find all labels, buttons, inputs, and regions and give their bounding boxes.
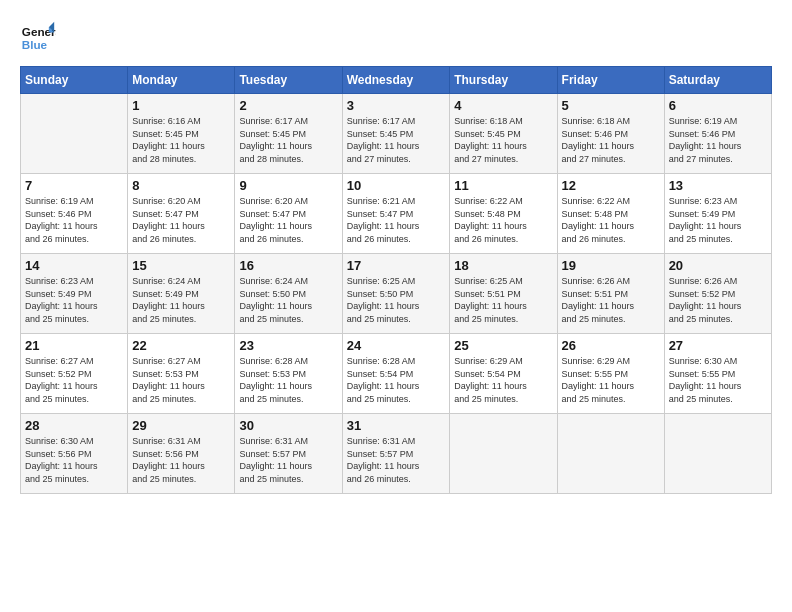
day-info: Sunrise: 6:24 AM Sunset: 5:49 PM Dayligh… — [132, 275, 230, 325]
day-info: Sunrise: 6:31 AM Sunset: 5:57 PM Dayligh… — [239, 435, 337, 485]
calendar-week-row: 14Sunrise: 6:23 AM Sunset: 5:49 PM Dayli… — [21, 254, 772, 334]
day-number: 21 — [25, 338, 123, 353]
calendar-cell: 16Sunrise: 6:24 AM Sunset: 5:50 PM Dayli… — [235, 254, 342, 334]
day-number: 26 — [562, 338, 660, 353]
day-info: Sunrise: 6:25 AM Sunset: 5:51 PM Dayligh… — [454, 275, 552, 325]
day-info: Sunrise: 6:20 AM Sunset: 5:47 PM Dayligh… — [132, 195, 230, 245]
day-number: 11 — [454, 178, 552, 193]
day-number: 28 — [25, 418, 123, 433]
page-header: General Blue — [20, 20, 772, 56]
day-info: Sunrise: 6:28 AM Sunset: 5:53 PM Dayligh… — [239, 355, 337, 405]
day-number: 10 — [347, 178, 446, 193]
day-number: 9 — [239, 178, 337, 193]
day-info: Sunrise: 6:31 AM Sunset: 5:56 PM Dayligh… — [132, 435, 230, 485]
day-info: Sunrise: 6:25 AM Sunset: 5:50 PM Dayligh… — [347, 275, 446, 325]
calendar-cell: 27Sunrise: 6:30 AM Sunset: 5:55 PM Dayli… — [664, 334, 771, 414]
calendar-header-wednesday: Wednesday — [342, 67, 450, 94]
day-info: Sunrise: 6:29 AM Sunset: 5:55 PM Dayligh… — [562, 355, 660, 405]
day-info: Sunrise: 6:30 AM Sunset: 5:55 PM Dayligh… — [669, 355, 767, 405]
logo-icon: General Blue — [20, 20, 56, 56]
day-info: Sunrise: 6:29 AM Sunset: 5:54 PM Dayligh… — [454, 355, 552, 405]
day-number: 19 — [562, 258, 660, 273]
day-number: 23 — [239, 338, 337, 353]
day-info: Sunrise: 6:18 AM Sunset: 5:46 PM Dayligh… — [562, 115, 660, 165]
day-number: 2 — [239, 98, 337, 113]
day-number: 12 — [562, 178, 660, 193]
calendar-cell — [21, 94, 128, 174]
day-number: 15 — [132, 258, 230, 273]
day-info: Sunrise: 6:22 AM Sunset: 5:48 PM Dayligh… — [562, 195, 660, 245]
calendar-cell: 11Sunrise: 6:22 AM Sunset: 5:48 PM Dayli… — [450, 174, 557, 254]
day-number: 27 — [669, 338, 767, 353]
day-info: Sunrise: 6:26 AM Sunset: 5:51 PM Dayligh… — [562, 275, 660, 325]
calendar-cell: 22Sunrise: 6:27 AM Sunset: 5:53 PM Dayli… — [128, 334, 235, 414]
day-number: 17 — [347, 258, 446, 273]
day-number: 6 — [669, 98, 767, 113]
day-number: 20 — [669, 258, 767, 273]
calendar-week-row: 7Sunrise: 6:19 AM Sunset: 5:46 PM Daylig… — [21, 174, 772, 254]
day-number: 24 — [347, 338, 446, 353]
day-info: Sunrise: 6:27 AM Sunset: 5:52 PM Dayligh… — [25, 355, 123, 405]
calendar-header-thursday: Thursday — [450, 67, 557, 94]
calendar-cell: 26Sunrise: 6:29 AM Sunset: 5:55 PM Dayli… — [557, 334, 664, 414]
calendar-cell: 31Sunrise: 6:31 AM Sunset: 5:57 PM Dayli… — [342, 414, 450, 494]
day-number: 31 — [347, 418, 446, 433]
day-info: Sunrise: 6:16 AM Sunset: 5:45 PM Dayligh… — [132, 115, 230, 165]
calendar-cell: 30Sunrise: 6:31 AM Sunset: 5:57 PM Dayli… — [235, 414, 342, 494]
calendar-header-saturday: Saturday — [664, 67, 771, 94]
calendar-week-row: 1Sunrise: 6:16 AM Sunset: 5:45 PM Daylig… — [21, 94, 772, 174]
day-info: Sunrise: 6:22 AM Sunset: 5:48 PM Dayligh… — [454, 195, 552, 245]
calendar-cell: 3Sunrise: 6:17 AM Sunset: 5:45 PM Daylig… — [342, 94, 450, 174]
day-number: 1 — [132, 98, 230, 113]
day-info: Sunrise: 6:21 AM Sunset: 5:47 PM Dayligh… — [347, 195, 446, 245]
svg-text:Blue: Blue — [22, 38, 48, 51]
calendar-cell: 8Sunrise: 6:20 AM Sunset: 5:47 PM Daylig… — [128, 174, 235, 254]
day-info: Sunrise: 6:19 AM Sunset: 5:46 PM Dayligh… — [669, 115, 767, 165]
day-info: Sunrise: 6:27 AM Sunset: 5:53 PM Dayligh… — [132, 355, 230, 405]
calendar-cell: 6Sunrise: 6:19 AM Sunset: 5:46 PM Daylig… — [664, 94, 771, 174]
calendar-cell — [557, 414, 664, 494]
calendar-cell: 7Sunrise: 6:19 AM Sunset: 5:46 PM Daylig… — [21, 174, 128, 254]
day-number: 4 — [454, 98, 552, 113]
day-info: Sunrise: 6:23 AM Sunset: 5:49 PM Dayligh… — [669, 195, 767, 245]
calendar-cell: 24Sunrise: 6:28 AM Sunset: 5:54 PM Dayli… — [342, 334, 450, 414]
day-info: Sunrise: 6:17 AM Sunset: 5:45 PM Dayligh… — [347, 115, 446, 165]
day-number: 25 — [454, 338, 552, 353]
calendar-cell: 12Sunrise: 6:22 AM Sunset: 5:48 PM Dayli… — [557, 174, 664, 254]
calendar-header-tuesday: Tuesday — [235, 67, 342, 94]
day-number: 22 — [132, 338, 230, 353]
calendar-cell: 17Sunrise: 6:25 AM Sunset: 5:50 PM Dayli… — [342, 254, 450, 334]
day-info: Sunrise: 6:20 AM Sunset: 5:47 PM Dayligh… — [239, 195, 337, 245]
calendar-cell: 23Sunrise: 6:28 AM Sunset: 5:53 PM Dayli… — [235, 334, 342, 414]
day-number: 3 — [347, 98, 446, 113]
calendar-header-friday: Friday — [557, 67, 664, 94]
calendar-week-row: 21Sunrise: 6:27 AM Sunset: 5:52 PM Dayli… — [21, 334, 772, 414]
calendar-cell: 18Sunrise: 6:25 AM Sunset: 5:51 PM Dayli… — [450, 254, 557, 334]
calendar-cell: 28Sunrise: 6:30 AM Sunset: 5:56 PM Dayli… — [21, 414, 128, 494]
calendar-header-monday: Monday — [128, 67, 235, 94]
calendar-week-row: 28Sunrise: 6:30 AM Sunset: 5:56 PM Dayli… — [21, 414, 772, 494]
calendar-cell: 4Sunrise: 6:18 AM Sunset: 5:45 PM Daylig… — [450, 94, 557, 174]
day-info: Sunrise: 6:18 AM Sunset: 5:45 PM Dayligh… — [454, 115, 552, 165]
day-number: 8 — [132, 178, 230, 193]
day-info: Sunrise: 6:26 AM Sunset: 5:52 PM Dayligh… — [669, 275, 767, 325]
calendar-cell: 19Sunrise: 6:26 AM Sunset: 5:51 PM Dayli… — [557, 254, 664, 334]
calendar-cell: 20Sunrise: 6:26 AM Sunset: 5:52 PM Dayli… — [664, 254, 771, 334]
calendar-cell: 14Sunrise: 6:23 AM Sunset: 5:49 PM Dayli… — [21, 254, 128, 334]
day-info: Sunrise: 6:19 AM Sunset: 5:46 PM Dayligh… — [25, 195, 123, 245]
day-info: Sunrise: 6:23 AM Sunset: 5:49 PM Dayligh… — [25, 275, 123, 325]
day-number: 18 — [454, 258, 552, 273]
calendar-cell — [450, 414, 557, 494]
calendar-header-sunday: Sunday — [21, 67, 128, 94]
calendar-cell: 10Sunrise: 6:21 AM Sunset: 5:47 PM Dayli… — [342, 174, 450, 254]
day-number: 30 — [239, 418, 337, 433]
calendar-cell: 1Sunrise: 6:16 AM Sunset: 5:45 PM Daylig… — [128, 94, 235, 174]
calendar-cell: 9Sunrise: 6:20 AM Sunset: 5:47 PM Daylig… — [235, 174, 342, 254]
day-number: 16 — [239, 258, 337, 273]
day-number: 13 — [669, 178, 767, 193]
calendar-cell — [664, 414, 771, 494]
calendar-cell: 21Sunrise: 6:27 AM Sunset: 5:52 PM Dayli… — [21, 334, 128, 414]
calendar-header-row: SundayMondayTuesdayWednesdayThursdayFrid… — [21, 67, 772, 94]
day-info: Sunrise: 6:31 AM Sunset: 5:57 PM Dayligh… — [347, 435, 446, 485]
calendar-cell: 29Sunrise: 6:31 AM Sunset: 5:56 PM Dayli… — [128, 414, 235, 494]
